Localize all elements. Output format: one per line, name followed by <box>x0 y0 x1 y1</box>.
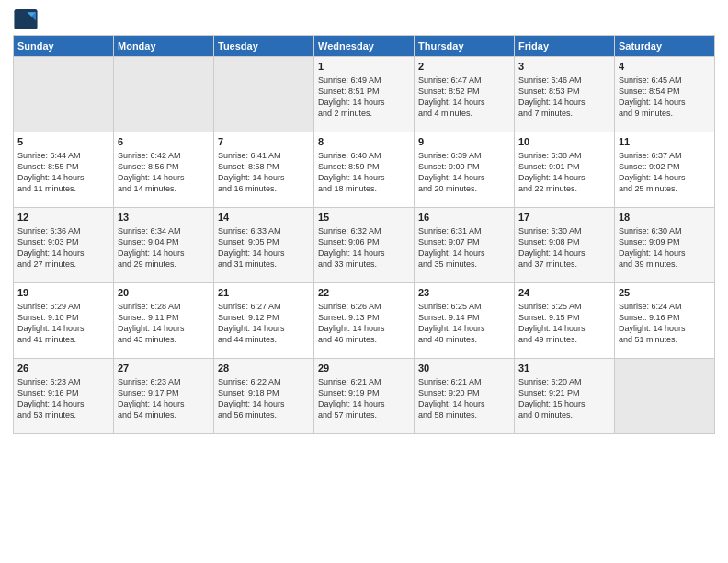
day-number: 25 <box>619 286 711 300</box>
cell-text: Sunrise: 6:42 AM <box>118 150 210 161</box>
cell-text: and 39 minutes. <box>619 259 711 270</box>
day-number: 15 <box>318 211 410 224</box>
calendar-cell: 17Sunrise: 6:30 AMSunset: 9:08 PMDayligh… <box>515 208 615 283</box>
cell-text: Daylight: 14 hours <box>619 172 711 183</box>
cell-text: and 43 minutes. <box>118 334 210 345</box>
cell-text: Sunrise: 6:36 AM <box>17 225 109 236</box>
calendar-cell: 3Sunrise: 6:46 AMSunset: 8:53 PMDaylight… <box>515 57 615 132</box>
cell-text: Sunrise: 6:33 AM <box>218 225 310 236</box>
calendar-cell: 25Sunrise: 6:24 AMSunset: 9:16 PMDayligh… <box>615 283 715 359</box>
cell-text: Daylight: 14 hours <box>118 247 210 259</box>
cell-text: Sunrise: 6:46 AM <box>518 75 610 86</box>
day-number: 29 <box>318 362 410 375</box>
cell-text: and 9 minutes. <box>619 108 711 119</box>
cell-text: Sunset: 9:19 PM <box>318 387 410 398</box>
cell-text: and 25 minutes. <box>619 183 711 194</box>
week-row-2: 5Sunrise: 6:44 AMSunset: 8:55 PMDaylight… <box>14 132 715 208</box>
calendar-cell: 7Sunrise: 6:41 AMSunset: 8:58 PMDaylight… <box>214 132 314 208</box>
cell-text: Sunrise: 6:31 AM <box>418 225 510 236</box>
cell-text: Sunrise: 6:37 AM <box>619 150 711 161</box>
cell-text: and 14 minutes. <box>118 183 210 194</box>
logo-icon <box>13 9 39 29</box>
calendar-cell: 5Sunrise: 6:44 AMSunset: 8:55 PMDaylight… <box>14 132 114 208</box>
cell-text: Sunset: 8:59 PM <box>318 161 410 172</box>
calendar-cell: 24Sunrise: 6:25 AMSunset: 9:15 PMDayligh… <box>515 283 615 359</box>
cell-text: Daylight: 14 hours <box>418 97 510 108</box>
day-number: 28 <box>218 362 310 375</box>
cell-text: Sunset: 8:54 PM <box>619 86 711 97</box>
day-number: 5 <box>17 135 109 149</box>
day-number: 23 <box>418 286 510 300</box>
cell-text: Daylight: 14 hours <box>518 97 610 108</box>
day-number: 21 <box>218 286 310 300</box>
calendar-cell: 19Sunrise: 6:29 AMSunset: 9:10 PMDayligh… <box>14 283 114 359</box>
cell-text: Daylight: 14 hours <box>218 172 310 183</box>
cell-text: Sunset: 8:58 PM <box>218 161 310 172</box>
calendar-cell <box>615 359 715 434</box>
cell-text: and 0 minutes. <box>518 409 610 420</box>
cell-text: Daylight: 14 hours <box>418 398 510 409</box>
cell-text: and 53 minutes. <box>17 409 109 420</box>
day-number: 2 <box>418 60 510 74</box>
day-number: 12 <box>17 211 109 224</box>
cell-text: Sunrise: 6:25 AM <box>418 301 510 312</box>
day-number: 20 <box>118 286 210 300</box>
day-number: 7 <box>218 135 310 149</box>
cell-text: and 11 minutes. <box>17 183 109 194</box>
calendar-cell: 10Sunrise: 6:38 AMSunset: 9:01 PMDayligh… <box>515 132 615 208</box>
calendar-cell <box>114 57 214 132</box>
cell-text: Sunrise: 6:47 AM <box>418 75 510 86</box>
calendar-cell: 23Sunrise: 6:25 AMSunset: 9:14 PMDayligh… <box>415 283 515 359</box>
cell-text: Sunset: 9:03 PM <box>17 236 109 247</box>
day-number: 27 <box>118 362 210 375</box>
calendar-cell: 18Sunrise: 6:30 AMSunset: 9:09 PMDayligh… <box>615 208 715 283</box>
cell-text: and 29 minutes. <box>118 259 210 270</box>
cell-text: Daylight: 15 hours <box>518 398 610 409</box>
calendar-table: SundayMondayTuesdayWednesdayThursdayFrid… <box>13 35 715 434</box>
calendar-cell: 29Sunrise: 6:21 AMSunset: 9:19 PMDayligh… <box>314 359 415 434</box>
cell-text: Sunrise: 6:23 AM <box>17 376 109 387</box>
calendar-cell: 4Sunrise: 6:45 AMSunset: 8:54 PMDaylight… <box>615 57 715 132</box>
calendar-cell: 6Sunrise: 6:42 AMSunset: 8:56 PMDaylight… <box>114 132 214 208</box>
cell-text: Sunset: 9:11 PM <box>118 312 210 323</box>
cell-text: and 49 minutes. <box>518 334 610 345</box>
cell-text: Sunset: 9:02 PM <box>619 161 711 172</box>
cell-text: Sunset: 9:09 PM <box>619 236 711 247</box>
cell-text: Daylight: 14 hours <box>118 398 210 409</box>
calendar-cell: 11Sunrise: 6:37 AMSunset: 9:02 PMDayligh… <box>615 132 715 208</box>
day-number: 22 <box>318 286 410 300</box>
cell-text: Daylight: 14 hours <box>318 398 410 409</box>
cell-text: and 41 minutes. <box>17 334 109 345</box>
calendar-cell: 13Sunrise: 6:34 AMSunset: 9:04 PMDayligh… <box>114 208 214 283</box>
cell-text: and 35 minutes. <box>418 259 510 270</box>
cell-text: and 54 minutes. <box>118 409 210 420</box>
cell-text: Daylight: 14 hours <box>318 97 410 108</box>
cell-text: and 31 minutes. <box>218 259 310 270</box>
cell-text: Sunrise: 6:21 AM <box>318 376 410 387</box>
cell-text: Daylight: 14 hours <box>418 247 510 259</box>
cell-text: Sunrise: 6:20 AM <box>518 376 610 387</box>
cell-text: and 4 minutes. <box>418 108 510 119</box>
weekday-thursday: Thursday <box>415 36 515 57</box>
cell-text: and 56 minutes. <box>218 409 310 420</box>
cell-text: Sunrise: 6:28 AM <box>118 301 210 312</box>
day-number: 13 <box>118 211 210 224</box>
cell-text: Sunset: 9:10 PM <box>17 312 109 323</box>
cell-text: Sunset: 9:18 PM <box>218 387 310 398</box>
cell-text: Sunrise: 6:22 AM <box>218 376 310 387</box>
cell-text: Daylight: 14 hours <box>418 323 510 334</box>
cell-text: Daylight: 14 hours <box>17 398 109 409</box>
day-number: 9 <box>418 135 510 149</box>
cell-text: and 48 minutes. <box>418 334 510 345</box>
day-number: 8 <box>318 135 410 149</box>
cell-text: Daylight: 14 hours <box>118 172 210 183</box>
cell-text: Sunset: 9:12 PM <box>218 312 310 323</box>
calendar-cell: 26Sunrise: 6:23 AMSunset: 9:16 PMDayligh… <box>14 359 114 434</box>
cell-text: Sunrise: 6:25 AM <box>518 301 610 312</box>
calendar-cell: 2Sunrise: 6:47 AMSunset: 8:52 PMDaylight… <box>415 57 515 132</box>
cell-text: Sunrise: 6:30 AM <box>518 225 610 236</box>
cell-text: Sunset: 9:00 PM <box>418 161 510 172</box>
weekday-monday: Monday <box>114 36 214 57</box>
weekday-wednesday: Wednesday <box>314 36 415 57</box>
cell-text: and 33 minutes. <box>318 259 410 270</box>
